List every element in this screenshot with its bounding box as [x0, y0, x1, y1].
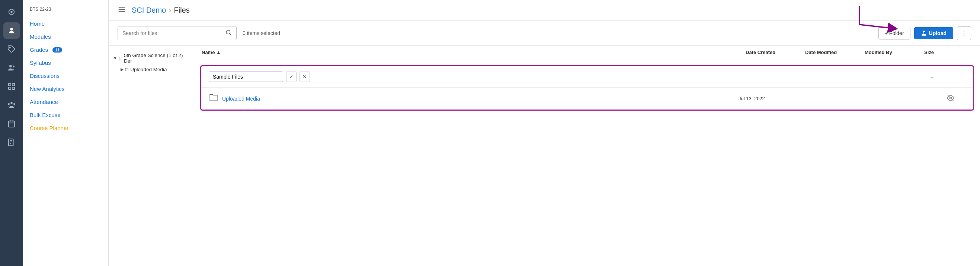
people-icon-btn[interactable] [3, 59, 20, 76]
breadcrumb-separator: › [169, 7, 171, 14]
cancel-button[interactable]: ✕ [299, 72, 310, 82]
add-folder-button[interactable]: + Folder [878, 27, 910, 40]
sidebar-item-home[interactable]: Home [23, 17, 108, 30]
upload-button[interactable]: Upload [914, 27, 953, 39]
file-list: Name ▲ Date Created Date Modified Modifi… [194, 46, 980, 266]
inline-edit-box: ✓ ✕ [209, 72, 738, 82]
tree-root-label[interactable]: 5th Grade Science (1 of 2) Der [124, 53, 189, 64]
svg-point-3 [9, 47, 10, 48]
confirm-button[interactable]: ✓ [286, 72, 296, 82]
media-size: -- [917, 96, 947, 101]
folder-icon: □ [119, 56, 122, 61]
file-browser: ▼ □ 5th Grade Science (1 of 2) Der ▶ □ U… [109, 46, 980, 266]
col-size: Size [924, 50, 954, 55]
calendar-icon-btn[interactable] [3, 115, 20, 132]
svg-line-25 [229, 34, 231, 35]
svg-point-11 [8, 103, 10, 105]
uploaded-media-row: Uploaded Media Jul 13, 2022 -- [201, 88, 973, 109]
top-header: SCI Demo › Files [109, 0, 980, 21]
svg-rect-6 [8, 83, 11, 86]
toolbar-actions: + Folder Upload ⋮ [878, 26, 971, 40]
tag-icon-btn[interactable] [3, 41, 20, 58]
col-actions [954, 50, 972, 55]
grades-badge: 11 [52, 47, 62, 53]
sidebar-item-attendance[interactable]: Attendance [23, 95, 108, 108]
tree-root-item[interactable]: ▼ □ 5th Grade Science (1 of 2) Der [111, 51, 191, 65]
course-label: BTS 22-23 [23, 4, 108, 17]
sidebar-item-grades[interactable]: Grades 11 [23, 43, 108, 56]
svg-point-10 [10, 102, 13, 104]
col-date-modified: Date Modified [805, 50, 865, 55]
svg-point-24 [226, 30, 230, 34]
nav-sidebar: BTS 22-23 Home Modules Grades 11 Syllabu… [23, 0, 109, 266]
svg-point-2 [10, 28, 13, 30]
breadcrumb-parent[interactable]: SCI Demo [132, 6, 166, 14]
tree-child-label[interactable]: Uploaded Media [130, 67, 167, 72]
search-input[interactable] [123, 30, 222, 36]
col-name[interactable]: Name ▲ [202, 50, 746, 55]
media-name-cell[interactable]: Uploaded Media [209, 93, 738, 104]
svg-rect-7 [12, 83, 14, 86]
svg-point-1 [10, 11, 13, 13]
group-icon-btn[interactable] [3, 97, 20, 113]
hamburger-icon[interactable] [118, 5, 126, 15]
col-date-created: Date Created [746, 50, 805, 55]
items-selected: 0 items selected [243, 30, 872, 36]
search-box [118, 26, 237, 40]
svg-point-5 [13, 66, 14, 67]
new-folder-size: -- [917, 74, 947, 80]
main-content: SCI Demo › Files 0 items selected + [109, 0, 980, 266]
tree-expand-icon: ▼ [113, 56, 117, 60]
tree-child-expand-icon: ▶ [121, 67, 124, 72]
breadcrumb: SCI Demo › Files [132, 6, 190, 14]
folder-tree: ▼ □ 5th Grade Science (1 of 2) Der ▶ □ U… [109, 46, 194, 266]
more-options-button[interactable]: ⋮ [957, 26, 971, 40]
child-folder-icon: □ [126, 67, 128, 72]
svg-rect-8 [8, 87, 11, 90]
svg-point-12 [13, 103, 15, 105]
sidebar-item-modules[interactable]: Modules [23, 30, 108, 43]
visibility-icon[interactable] [947, 94, 966, 103]
list-icon-btn[interactable] [3, 78, 20, 95]
sidebar-item-new-analytics[interactable]: New Analytics [23, 82, 108, 95]
svg-point-4 [9, 65, 11, 67]
media-date-created: Jul 13, 2022 [738, 96, 798, 101]
upload-label: Upload [929, 30, 947, 36]
sidebar-item-bulk-excuse[interactable]: Bulk Excuse [23, 108, 108, 122]
new-folder-row: ✓ ✕ -- [201, 66, 973, 88]
sidebar-item-syllabus[interactable]: Syllabus [23, 56, 108, 69]
folder-name-input[interactable] [209, 72, 283, 82]
highlight-box: ✓ ✕ -- [200, 65, 974, 111]
folder-large-icon [209, 93, 218, 104]
svg-rect-9 [12, 87, 14, 90]
sidebar-item-discussions[interactable]: Discussions [23, 69, 108, 82]
file-table-header: Name ▲ Date Created Date Modified Modifi… [194, 46, 980, 59]
report-icon-btn[interactable] [3, 134, 20, 151]
sidebar-item-course-planner[interactable]: Course Planner [23, 122, 108, 135]
breadcrumb-current: Files [174, 6, 190, 14]
icon-sidebar [0, 0, 23, 266]
col-modified-by: Modified By [865, 50, 924, 55]
user-avatar-btn[interactable] [3, 22, 20, 39]
media-name-label[interactable]: Uploaded Media [222, 96, 260, 102]
tree-child-item[interactable]: ▶ □ Uploaded Media [111, 65, 191, 74]
search-icon[interactable] [225, 29, 232, 37]
toolbar: 0 items selected + Folder Upload ⋮ [109, 21, 980, 46]
star-icon-btn[interactable] [3, 4, 20, 20]
svg-rect-13 [8, 121, 15, 127]
